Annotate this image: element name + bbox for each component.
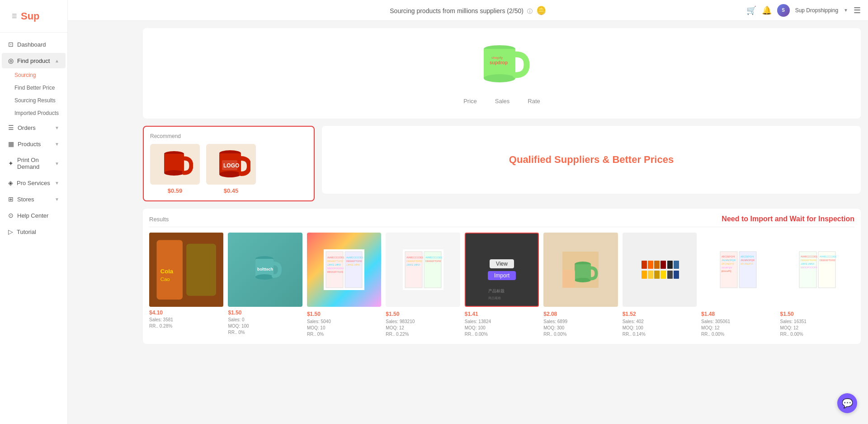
- sidebar-item-find-better-price[interactable]: Find Better Price: [0, 81, 67, 94]
- sidebar-item-find-product[interactable]: ◎ Find product ▲: [2, 53, 66, 68]
- svg-text:Cao: Cao: [160, 276, 170, 282]
- result-meta-1: Sales: 0 MOQ: 100 RR.. 0%: [228, 317, 302, 336]
- sidebar-item-imported-products[interactable]: Imported Products: [0, 107, 67, 119]
- pro-services-icon: ◈: [8, 179, 13, 186]
- svg-rect-60: [674, 271, 679, 279]
- result-item-7[interactable]: ABCDEFGHI JKLMNOPQR STUVWXYZ abcdef ghi …: [701, 233, 775, 338]
- recommend-products: $0.59 LOGO $0.45: [150, 144, 307, 194]
- coin-icon: 🪙: [536, 6, 546, 15]
- svg-text:AVABCCCCOD1: AVABCCCCOD1: [820, 255, 837, 258]
- import-button[interactable]: Import: [488, 271, 516, 280]
- svg-text:AVABCCCCOD1: AVABCCCCOD1: [346, 256, 363, 259]
- sidebar-item-stores[interactable]: ⊞ Stores ▼: [2, 191, 66, 207]
- result-item-0[interactable]: Cola Cao $4.10 Sales: 3581 RR.. 0.28%: [149, 233, 223, 338]
- svg-text:Cola: Cola: [160, 268, 174, 275]
- user-chevron[interactable]: ▼: [844, 8, 848, 13]
- sidebar-item-tutorial[interactable]: ▷ Tutorial: [2, 224, 66, 239]
- svg-rect-48: [639, 252, 680, 288]
- svg-rect-51: [654, 261, 660, 269]
- result-price-7: $1.48: [701, 311, 715, 317]
- recommend-product-2[interactable]: LOGO $0.45: [206, 144, 256, 194]
- svg-rect-45: [575, 264, 591, 280]
- chevron-down-icon: ▼: [55, 181, 59, 186]
- colacao-image: Cola Cao: [149, 233, 223, 307]
- result-item-2[interactable]: AVABCCCCOD1 DEEEEFTGHI2 JJKKE LMN3 NNOOP…: [307, 233, 381, 338]
- svg-text:LOGO: LOGO: [223, 162, 239, 169]
- chevron-down-icon: ▼: [55, 125, 59, 130]
- user-name[interactable]: Sup Dropshipping: [795, 7, 838, 14]
- menu-icon[interactable]: ☰: [854, 5, 861, 15]
- chat-button[interactable]: 💬: [837, 393, 857, 413]
- svg-point-2: [484, 74, 515, 82]
- stickers-image: AVABCCCCOD1 DEEEEFTGHI2 JJKKE LMN3 NNOOP…: [324, 249, 364, 290]
- result-item-3[interactable]: AVABCCCCOD1 DEEEEFTGHI2 JJKKE LMN3 AVABC…: [386, 233, 460, 338]
- bell-icon[interactable]: 🔔: [762, 5, 772, 15]
- need-import-text: Need to Import and Wait for Inspection: [722, 215, 854, 223]
- results-label: Results: [149, 216, 169, 223]
- qualified-text: Qualified Suppliers & Better Prices: [509, 154, 674, 166]
- result-item-8[interactable]: AVABCCCCOD1 DEEEEFTGHI2 JJKKE LMN3 NNOOP…: [780, 233, 854, 338]
- result-price-0: $4.10: [149, 310, 163, 316]
- avatar-initials: S: [782, 8, 785, 13]
- sidebar-sub-label: Find Better Price: [14, 85, 55, 91]
- hamburger-icon[interactable]: ☰: [7, 6, 17, 26]
- sidebar-item-sourcing[interactable]: Sourcing: [0, 69, 67, 81]
- svg-text:JJKKE LMN3: JJKKE LMN3: [346, 263, 360, 266]
- svg-point-10: [219, 171, 241, 177]
- sidebar-item-label: Tutorial: [17, 229, 36, 235]
- red-mug-icon: [157, 148, 193, 180]
- sidebar-item-print-on-demand[interactable]: ✦ Print On Demand ▼: [2, 152, 66, 174]
- app-logo: Sup: [21, 10, 40, 22]
- svg-rect-49: [642, 261, 647, 269]
- hero-mug-image: supdrop shopify: [472, 41, 531, 91]
- result-meta-4: Sales: 13824 MOQ: 100 RR.. 0.00%: [465, 319, 539, 338]
- sidebar-item-products[interactable]: ▦ Products ▼: [2, 136, 66, 152]
- svg-text:bolttech: bolttech: [257, 267, 273, 272]
- recommend-price-1: $0.59: [168, 187, 183, 194]
- chevron-down-icon: ▼: [55, 142, 59, 147]
- svg-rect-15: [186, 244, 216, 296]
- sidebar-item-help-center[interactable]: ⊙ Help Center: [2, 208, 66, 223]
- result-item-6[interactable]: $1.52 Sales: 402 MOQ: 100 RR.. 0.14%: [623, 233, 697, 338]
- tab-rate[interactable]: Rate: [528, 98, 540, 106]
- pod-icon: ✦: [8, 160, 14, 167]
- chevron-down-icon: ▼: [55, 197, 59, 202]
- result-thumb-3: AVABCCCCOD1 DEEEEFTGHI2 JJKKE LMN3 AVABC…: [386, 233, 460, 307]
- results-section: Results Need to Import and Wait for Insp…: [143, 209, 861, 344]
- svg-text:abcdef ghi: abcdef ghi: [722, 266, 732, 269]
- sidebar-item-dashboard[interactable]: ⊡ Dashboard: [2, 37, 66, 52]
- result-price-3: $1.50: [386, 311, 399, 317]
- result-item-4[interactable]: View Import 产品标题 商品规格 $1.41 Sales: 13824…: [465, 233, 539, 338]
- sidebar-item-sourcing-results[interactable]: Sourcing Results: [0, 94, 67, 107]
- svg-text:JJKKE LMN3: JJKKE LMN3: [406, 263, 420, 266]
- sidebar-item-orders[interactable]: ☰ Orders ▼: [2, 120, 66, 135]
- result-meta-6: Sales: 402 MOQ: 100 RR.. 0.14%: [623, 319, 697, 338]
- sidebar-sub-label: Sourcing Results: [14, 97, 56, 104]
- mug-set-image: [639, 252, 680, 288]
- result-meta-8: Sales: 16351 MOQ: 12 RR.. 0.00%: [780, 319, 854, 338]
- orders-icon: ☰: [8, 124, 14, 131]
- thumb-overlay-buttons: View Import: [466, 233, 538, 306]
- svg-text:RRSSSTITUVS: RRSSSTITUVS: [327, 271, 344, 273]
- cart-icon[interactable]: 🛒: [746, 5, 756, 15]
- recommend-product-1[interactable]: $0.59: [150, 144, 200, 194]
- result-item-5[interactable]: $2.08 Sales: 6899 MOQ: 300 RR.. 0.00%: [543, 233, 618, 338]
- avatar[interactable]: S: [777, 4, 790, 17]
- result-price-5: $2.08: [543, 311, 557, 317]
- tab-sales[interactable]: Sales: [495, 98, 510, 106]
- sidebar-item-pro-services[interactable]: ◈ Pro Services ▼: [2, 175, 66, 191]
- result-price-4: $1.41: [465, 311, 478, 317]
- results-grid: Cola Cao $4.10 Sales: 3581 RR.. 0.28%: [149, 233, 854, 338]
- result-item-1[interactable]: bolttech $1.50 Sales: 0 MOQ: 100 RR.. 0%: [228, 233, 302, 338]
- svg-text:supdrop: supdrop: [490, 60, 508, 65]
- teal-mug-image: bolttech: [247, 252, 283, 288]
- sidebar-sub-label: Imported Products: [14, 110, 59, 116]
- svg-rect-58: [667, 271, 673, 279]
- sidebar-sub-label: Sourcing: [14, 72, 36, 78]
- svg-rect-57: [667, 261, 673, 269]
- view-button[interactable]: View: [490, 259, 514, 268]
- svg-point-7: [164, 170, 184, 176]
- tab-price[interactable]: Price: [463, 98, 477, 106]
- sidebar-item-label: Orders: [18, 124, 36, 131]
- svg-point-20: [255, 274, 274, 280]
